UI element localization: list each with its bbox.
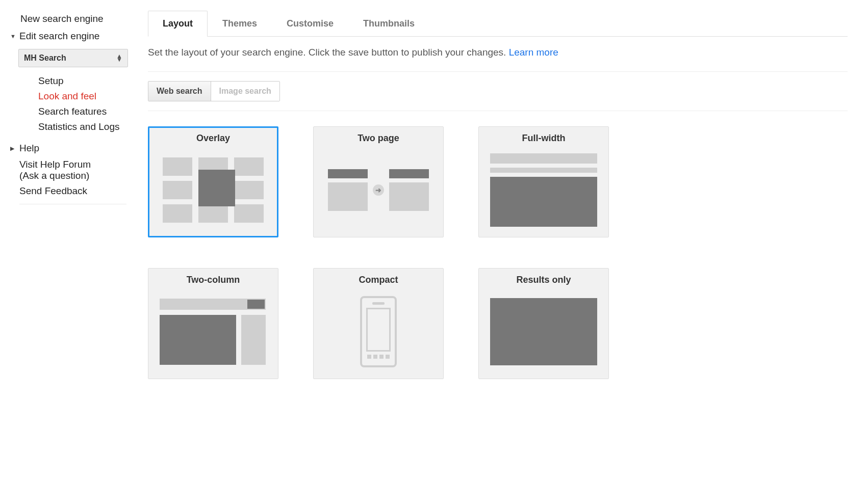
- card-title: Two-column: [156, 275, 271, 285]
- card-preview: ➜: [321, 152, 436, 228]
- link-visit-forum[interactable]: Visit Help Forum (Ask a question): [19, 157, 138, 183]
- nav-edit-label: Edit search engine: [19, 31, 99, 42]
- subnav-setup[interactable]: Setup: [38, 73, 138, 89]
- layout-cards: Overlay Two page ➜: [148, 126, 848, 379]
- description-text: Set the layout of your search engine. Cl…: [148, 47, 509, 58]
- search-type-toggle: Web search Image search: [148, 81, 280, 101]
- nav-help-label: Help: [19, 143, 39, 154]
- tab-customise[interactable]: Customise: [272, 11, 348, 37]
- engine-select[interactable]: MH Search ▲▼: [18, 49, 128, 67]
- nav-help[interactable]: ▶ Help: [10, 140, 138, 157]
- subnav: Setup Look and feel Search features Stat…: [10, 73, 138, 135]
- card-preview: [486, 293, 601, 369]
- description: Set the layout of your search engine. Cl…: [148, 37, 848, 68]
- tab-thumbnails[interactable]: Thumbnails: [348, 11, 429, 37]
- sidebar-divider: [19, 204, 126, 204]
- tab-themes[interactable]: Themes: [208, 11, 272, 37]
- toggle-image-search[interactable]: Image search: [211, 82, 279, 101]
- layout-card-overlay[interactable]: Overlay: [148, 126, 278, 237]
- layout-card-compact[interactable]: Compact: [313, 268, 444, 379]
- divider: [148, 71, 848, 72]
- layout-card-two-page[interactable]: Two page ➜: [313, 126, 444, 237]
- help-links: Visit Help Forum (Ask a question) Send F…: [10, 157, 138, 199]
- card-title: Two page: [321, 133, 436, 144]
- sidebar: New search engine ▼ Edit search engine M…: [10, 10, 148, 379]
- subnav-statistics-logs[interactable]: Statistics and Logs: [38, 119, 138, 135]
- layout-card-two-column[interactable]: Two-column: [148, 268, 278, 379]
- card-title: Overlay: [156, 133, 271, 144]
- layout-card-full-width[interactable]: Full-width: [478, 126, 609, 237]
- link-send-feedback[interactable]: Send Feedback: [19, 183, 138, 199]
- engine-select-label: MH Search: [24, 54, 66, 63]
- card-preview: [156, 293, 271, 369]
- learn-more-link[interactable]: Learn more: [509, 47, 558, 58]
- toggle-web-search[interactable]: Web search: [148, 82, 211, 101]
- subnav-search-features[interactable]: Search features: [38, 104, 138, 119]
- card-title: Full-width: [486, 133, 601, 144]
- card-preview: [486, 152, 601, 228]
- caret-right-icon: ▶: [10, 145, 19, 152]
- divider: [148, 111, 848, 111]
- tabs: Layout Themes Customise Thumbnails: [148, 10, 848, 37]
- subnav-look-and-feel[interactable]: Look and feel: [38, 89, 138, 104]
- tab-layout[interactable]: Layout: [148, 11, 208, 37]
- arrow-icon: ➜: [373, 184, 384, 196]
- nav-new-search-engine[interactable]: New search engine: [10, 10, 138, 28]
- updown-icon: ▲▼: [116, 55, 122, 62]
- caret-down-icon: ▼: [10, 33, 19, 39]
- nav-edit-search-engine[interactable]: ▼ Edit search engine: [10, 28, 138, 45]
- card-preview: [156, 152, 271, 228]
- card-title: Results only: [486, 275, 601, 285]
- card-preview: [321, 293, 436, 369]
- layout-card-results-only[interactable]: Results only: [478, 268, 609, 379]
- main-content: Layout Themes Customise Thumbnails Set t…: [148, 10, 868, 379]
- card-title: Compact: [321, 275, 436, 285]
